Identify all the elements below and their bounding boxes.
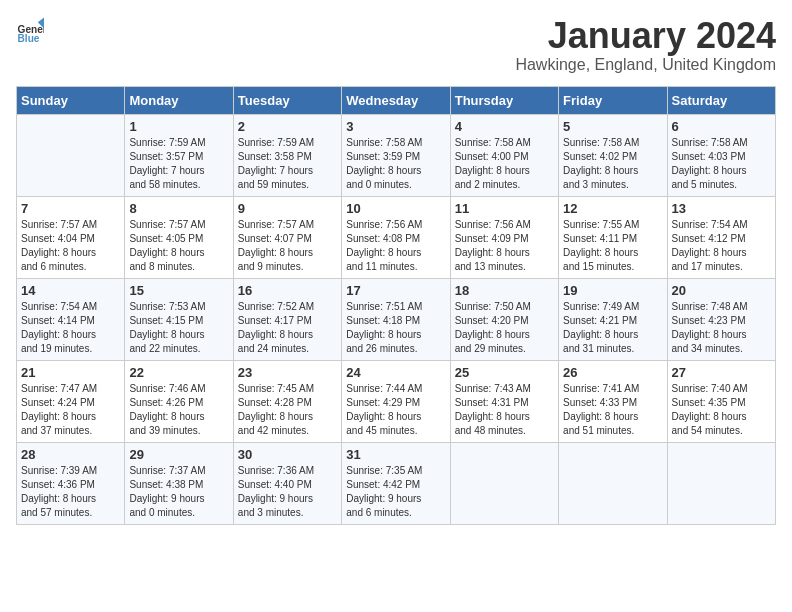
logo-icon: General Blue — [16, 16, 44, 44]
cell-content: Sunrise: 7:41 AMSunset: 4:33 PMDaylight:… — [563, 382, 662, 438]
day-number: 4 — [455, 119, 554, 134]
cell-content: Sunrise: 7:53 AMSunset: 4:15 PMDaylight:… — [129, 300, 228, 356]
cell-content: Sunrise: 7:45 AMSunset: 4:28 PMDaylight:… — [238, 382, 337, 438]
calendar-cell: 1Sunrise: 7:59 AMSunset: 3:57 PMDaylight… — [125, 114, 233, 196]
cell-content: Sunrise: 7:47 AMSunset: 4:24 PMDaylight:… — [21, 382, 120, 438]
col-monday: Monday — [125, 86, 233, 114]
calendar-cell — [667, 442, 775, 524]
day-number: 7 — [21, 201, 120, 216]
cell-content: Sunrise: 7:56 AMSunset: 4:08 PMDaylight:… — [346, 218, 445, 274]
cell-content: Sunrise: 7:50 AMSunset: 4:20 PMDaylight:… — [455, 300, 554, 356]
cell-content: Sunrise: 7:35 AMSunset: 4:42 PMDaylight:… — [346, 464, 445, 520]
col-wednesday: Wednesday — [342, 86, 450, 114]
calendar-cell: 3Sunrise: 7:58 AMSunset: 3:59 PMDaylight… — [342, 114, 450, 196]
day-number: 11 — [455, 201, 554, 216]
day-number: 8 — [129, 201, 228, 216]
week-row-3: 21Sunrise: 7:47 AMSunset: 4:24 PMDayligh… — [17, 360, 776, 442]
col-sunday: Sunday — [17, 86, 125, 114]
calendar-cell: 14Sunrise: 7:54 AMSunset: 4:14 PMDayligh… — [17, 278, 125, 360]
day-number: 24 — [346, 365, 445, 380]
cell-content: Sunrise: 7:58 AMSunset: 3:59 PMDaylight:… — [346, 136, 445, 192]
cell-content: Sunrise: 7:54 AMSunset: 4:12 PMDaylight:… — [672, 218, 771, 274]
cell-content: Sunrise: 7:54 AMSunset: 4:14 PMDaylight:… — [21, 300, 120, 356]
day-number: 15 — [129, 283, 228, 298]
day-number: 19 — [563, 283, 662, 298]
day-number: 18 — [455, 283, 554, 298]
cell-content: Sunrise: 7:55 AMSunset: 4:11 PMDaylight:… — [563, 218, 662, 274]
calendar-cell: 4Sunrise: 7:58 AMSunset: 4:00 PMDaylight… — [450, 114, 558, 196]
calendar-cell: 5Sunrise: 7:58 AMSunset: 4:02 PMDaylight… — [559, 114, 667, 196]
logo: General Blue — [16, 16, 44, 44]
calendar-cell: 11Sunrise: 7:56 AMSunset: 4:09 PMDayligh… — [450, 196, 558, 278]
calendar-cell: 9Sunrise: 7:57 AMSunset: 4:07 PMDaylight… — [233, 196, 341, 278]
calendar-cell: 12Sunrise: 7:55 AMSunset: 4:11 PMDayligh… — [559, 196, 667, 278]
calendar-cell: 26Sunrise: 7:41 AMSunset: 4:33 PMDayligh… — [559, 360, 667, 442]
cell-content: Sunrise: 7:40 AMSunset: 4:35 PMDaylight:… — [672, 382, 771, 438]
day-number: 14 — [21, 283, 120, 298]
col-thursday: Thursday — [450, 86, 558, 114]
header-row: Sunday Monday Tuesday Wednesday Thursday… — [17, 86, 776, 114]
title-block: January 2024 Hawkinge, England, United K… — [515, 16, 776, 74]
day-number: 27 — [672, 365, 771, 380]
day-number: 16 — [238, 283, 337, 298]
col-saturday: Saturday — [667, 86, 775, 114]
calendar-cell: 16Sunrise: 7:52 AMSunset: 4:17 PMDayligh… — [233, 278, 341, 360]
day-number: 10 — [346, 201, 445, 216]
day-number: 30 — [238, 447, 337, 462]
cell-content: Sunrise: 7:59 AMSunset: 3:57 PMDaylight:… — [129, 136, 228, 192]
week-row-1: 7Sunrise: 7:57 AMSunset: 4:04 PMDaylight… — [17, 196, 776, 278]
day-number: 6 — [672, 119, 771, 134]
calendar-cell: 7Sunrise: 7:57 AMSunset: 4:04 PMDaylight… — [17, 196, 125, 278]
cell-content: Sunrise: 7:48 AMSunset: 4:23 PMDaylight:… — [672, 300, 771, 356]
cell-content: Sunrise: 7:43 AMSunset: 4:31 PMDaylight:… — [455, 382, 554, 438]
calendar-cell: 28Sunrise: 7:39 AMSunset: 4:36 PMDayligh… — [17, 442, 125, 524]
week-row-4: 28Sunrise: 7:39 AMSunset: 4:36 PMDayligh… — [17, 442, 776, 524]
day-number: 22 — [129, 365, 228, 380]
col-tuesday: Tuesday — [233, 86, 341, 114]
location-title: Hawkinge, England, United Kingdom — [515, 56, 776, 74]
calendar-cell: 21Sunrise: 7:47 AMSunset: 4:24 PMDayligh… — [17, 360, 125, 442]
cell-content: Sunrise: 7:37 AMSunset: 4:38 PMDaylight:… — [129, 464, 228, 520]
calendar-cell: 13Sunrise: 7:54 AMSunset: 4:12 PMDayligh… — [667, 196, 775, 278]
day-number: 31 — [346, 447, 445, 462]
calendar-cell: 15Sunrise: 7:53 AMSunset: 4:15 PMDayligh… — [125, 278, 233, 360]
calendar-cell — [559, 442, 667, 524]
cell-content: Sunrise: 7:51 AMSunset: 4:18 PMDaylight:… — [346, 300, 445, 356]
calendar-cell: 30Sunrise: 7:36 AMSunset: 4:40 PMDayligh… — [233, 442, 341, 524]
cell-content: Sunrise: 7:52 AMSunset: 4:17 PMDaylight:… — [238, 300, 337, 356]
month-title: January 2024 — [515, 16, 776, 56]
cell-content: Sunrise: 7:57 AMSunset: 4:04 PMDaylight:… — [21, 218, 120, 274]
day-number: 12 — [563, 201, 662, 216]
calendar-cell — [17, 114, 125, 196]
cell-content: Sunrise: 7:39 AMSunset: 4:36 PMDaylight:… — [21, 464, 120, 520]
week-row-0: 1Sunrise: 7:59 AMSunset: 3:57 PMDaylight… — [17, 114, 776, 196]
cell-content: Sunrise: 7:46 AMSunset: 4:26 PMDaylight:… — [129, 382, 228, 438]
calendar-cell — [450, 442, 558, 524]
day-number: 28 — [21, 447, 120, 462]
page-header: General Blue January 2024 Hawkinge, Engl… — [16, 16, 776, 74]
day-number: 25 — [455, 365, 554, 380]
day-number: 29 — [129, 447, 228, 462]
day-number: 5 — [563, 119, 662, 134]
svg-text:Blue: Blue — [18, 33, 40, 44]
cell-content: Sunrise: 7:58 AMSunset: 4:03 PMDaylight:… — [672, 136, 771, 192]
cell-content: Sunrise: 7:57 AMSunset: 4:07 PMDaylight:… — [238, 218, 337, 274]
calendar-cell: 31Sunrise: 7:35 AMSunset: 4:42 PMDayligh… — [342, 442, 450, 524]
calendar-cell: 8Sunrise: 7:57 AMSunset: 4:05 PMDaylight… — [125, 196, 233, 278]
day-number: 21 — [21, 365, 120, 380]
cell-content: Sunrise: 7:57 AMSunset: 4:05 PMDaylight:… — [129, 218, 228, 274]
day-number: 13 — [672, 201, 771, 216]
calendar-cell: 17Sunrise: 7:51 AMSunset: 4:18 PMDayligh… — [342, 278, 450, 360]
day-number: 23 — [238, 365, 337, 380]
calendar-cell: 24Sunrise: 7:44 AMSunset: 4:29 PMDayligh… — [342, 360, 450, 442]
calendar-cell: 29Sunrise: 7:37 AMSunset: 4:38 PMDayligh… — [125, 442, 233, 524]
calendar-cell: 6Sunrise: 7:58 AMSunset: 4:03 PMDaylight… — [667, 114, 775, 196]
day-number: 20 — [672, 283, 771, 298]
calendar-cell: 27Sunrise: 7:40 AMSunset: 4:35 PMDayligh… — [667, 360, 775, 442]
cell-content: Sunrise: 7:49 AMSunset: 4:21 PMDaylight:… — [563, 300, 662, 356]
cell-content: Sunrise: 7:59 AMSunset: 3:58 PMDaylight:… — [238, 136, 337, 192]
cell-content: Sunrise: 7:58 AMSunset: 4:00 PMDaylight:… — [455, 136, 554, 192]
calendar-cell: 2Sunrise: 7:59 AMSunset: 3:58 PMDaylight… — [233, 114, 341, 196]
cell-content: Sunrise: 7:56 AMSunset: 4:09 PMDaylight:… — [455, 218, 554, 274]
day-number: 26 — [563, 365, 662, 380]
